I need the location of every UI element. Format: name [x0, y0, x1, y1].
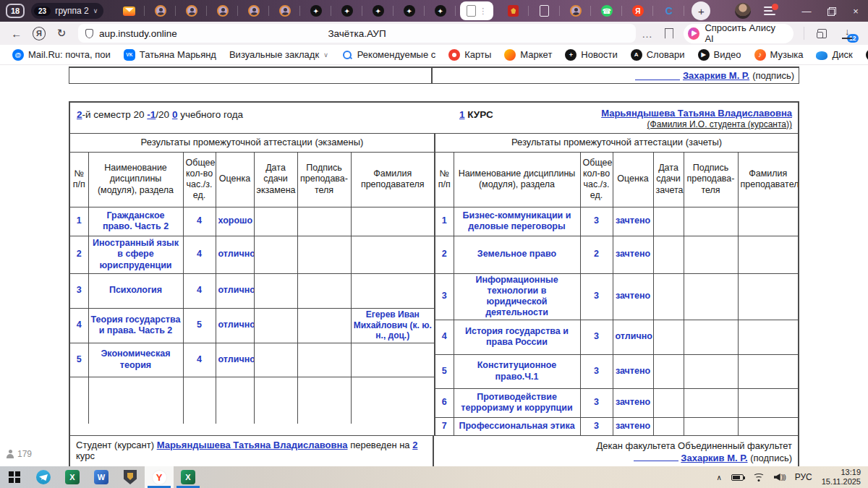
bookmark-disk[interactable]: Диск [811, 47, 857, 62]
user-avatar[interactable] [735, 3, 751, 19]
tab-counter-button[interactable]: 18 [6, 4, 25, 18]
language-indicator[interactable]: РУС [795, 472, 812, 482]
avatar-icon [279, 5, 291, 17]
cell-empty [653, 417, 684, 435]
tab-profile[interactable] [269, 0, 300, 22]
excel-icon: X [181, 470, 195, 484]
tray-expand-icon[interactable]: ∧ [716, 474, 721, 481]
tab-yandex[interactable]: Я [622, 0, 653, 22]
tab-profile[interactable] [176, 0, 207, 22]
cell-empty [738, 207, 798, 236]
bookmark-news[interactable]: +Новости [560, 47, 622, 63]
taskbar-emblem-app[interactable] [116, 466, 145, 488]
credits-half: Результаты промежуточной аттестации (зач… [434, 134, 798, 435]
shield-icon[interactable] [85, 29, 93, 38]
play-icon: ▶ [698, 49, 710, 61]
bookmark-icon[interactable] [665, 28, 673, 39]
tab-profile[interactable] [145, 0, 176, 22]
taskbar-word[interactable]: W [87, 466, 116, 488]
table-row [70, 377, 434, 424]
grade-table: 2-й семестр 20 -1/20 0 учебного года 1 К… [69, 101, 799, 469]
date: 15.11.2025 [822, 477, 861, 486]
screen: 18 23 группа 2 ∨ ✦ ✦ ✦ ✦ ✦ ⋮ ☎ [0, 0, 868, 488]
taskbar-telegram[interactable] [29, 466, 58, 488]
active-tab[interactable]: ⋮ [460, 1, 493, 20]
student-transfer-line: Студент (курсант) Марьяндышева Татьяна В… [70, 436, 434, 468]
bookmark-vk[interactable]: VKТатьяна Марьянд [119, 47, 221, 63]
cell-empty [69, 68, 433, 83]
table-footer-row: Студент (курсант) Марьяндышева Татьяна В… [70, 435, 798, 468]
downloads-icon[interactable]: ↓12 [841, 27, 854, 39]
bookmark-mailru[interactable]: @Mail.Ru: почта, пои [7, 47, 116, 63]
speaker-icon[interactable]: ))) [774, 474, 786, 481]
dictionary-icon: А [631, 49, 642, 61]
ask-alice-button[interactable]: Спросить Алису AI [684, 24, 793, 43]
tab-group[interactable]: 23 группа 2 ∨ [31, 3, 103, 19]
yandex-icon: Я [632, 5, 644, 17]
browser-menu-icon[interactable] [764, 7, 775, 15]
bookmark-folder-visual[interactable]: Визуальные закладк∨ [224, 47, 333, 62]
table-row: 4История государства и права России3отли… [435, 320, 798, 354]
side-panels-icon[interactable] [817, 29, 827, 38]
taskbar-excel[interactable]: X [58, 466, 87, 488]
tab-alice[interactable]: ✦ [331, 0, 362, 22]
bookmark-music[interactable]: ♪Музыка [749, 47, 809, 63]
bookmark-maps[interactable]: Карты [443, 47, 496, 63]
tab-alice[interactable]: ✦ [393, 0, 425, 22]
start-button[interactable] [0, 466, 29, 488]
bookmark-dictionaries[interactable]: АСловари [626, 47, 690, 63]
restore-icon [827, 7, 835, 14]
tab-profile[interactable] [207, 0, 238, 22]
chevron-down-icon: ∨ [93, 7, 98, 14]
cell-empty [216, 377, 254, 424]
table-row: 1Бизнес-коммуникации и деловые переговор… [435, 207, 798, 236]
exams-section-title: Результаты промежуточной аттестации (экз… [70, 134, 434, 152]
minimize-button[interactable]: — [794, 0, 819, 22]
chevron-down-icon: ∨ [323, 51, 328, 59]
downloads-badge: 12 [847, 34, 859, 43]
tab-document[interactable] [529, 0, 560, 22]
tab-menu-icon[interactable]: ⋮ [479, 7, 487, 16]
bookmark-video[interactable]: ▶Видео [693, 47, 746, 63]
avatar-icon [570, 5, 582, 17]
clock[interactable]: 13:19 15.11.2025 [822, 468, 861, 487]
address-bar[interactable]: aup.instudy.online Зачётка.АУП [78, 24, 636, 43]
tab-profile[interactable] [560, 0, 591, 22]
tab-alice[interactable]: ✦ [362, 0, 393, 22]
bookmark-market[interactable]: Маркет [499, 47, 557, 63]
cell-empty [297, 207, 351, 236]
tab-alice[interactable]: ✦ [300, 0, 331, 22]
wifi-icon[interactable] [753, 474, 765, 481]
more-icon[interactable]: … [642, 27, 653, 40]
reload-button[interactable]: ↻ [51, 27, 72, 40]
bookmark-yandex[interactable]: +Яндекс [861, 47, 868, 63]
mailru-icon: @ [12, 49, 24, 61]
cell-empty [254, 343, 297, 377]
toolbar-divider [804, 27, 804, 40]
cell-empty [254, 377, 297, 424]
sparkle-icon: ✦ [404, 5, 415, 17]
taskbar-excel-running[interactable]: X [174, 466, 203, 488]
tab-whatsapp[interactable]: ☎ [591, 0, 622, 22]
battery-icon[interactable] [731, 474, 744, 481]
tab-gov[interactable] [498, 0, 529, 22]
yandex-home-button[interactable]: Я [33, 27, 46, 40]
dean-signature-block: Декан факультета Объединенный факультет … [434, 436, 798, 468]
windows-icon [9, 471, 20, 483]
taskbar-yandex-browser[interactable]: Y [145, 466, 174, 488]
bookmark-recommended[interactable]: Рекомендуемые с [336, 47, 441, 63]
restore-button[interactable] [819, 0, 843, 22]
tab-alice[interactable]: ✦ [425, 0, 456, 22]
exams-column-headers: № п/пНаименование дисциплины (модуля), р… [70, 152, 434, 207]
close-button[interactable]: × [843, 0, 868, 22]
cell-empty [738, 236, 798, 273]
sparkle-icon: ✦ [310, 5, 322, 17]
back-button[interactable]: ← [6, 27, 27, 40]
tab-kontur[interactable]: C [653, 0, 684, 22]
cell-empty [254, 273, 297, 308]
new-tab-button[interactable]: + [692, 1, 710, 20]
tab-mail[interactable] [114, 0, 145, 22]
dean-name: Захаркив М. Р. [683, 70, 749, 81]
url-text[interactable]: aup.instudy.online [99, 28, 177, 39]
tab-profile[interactable] [238, 0, 269, 22]
